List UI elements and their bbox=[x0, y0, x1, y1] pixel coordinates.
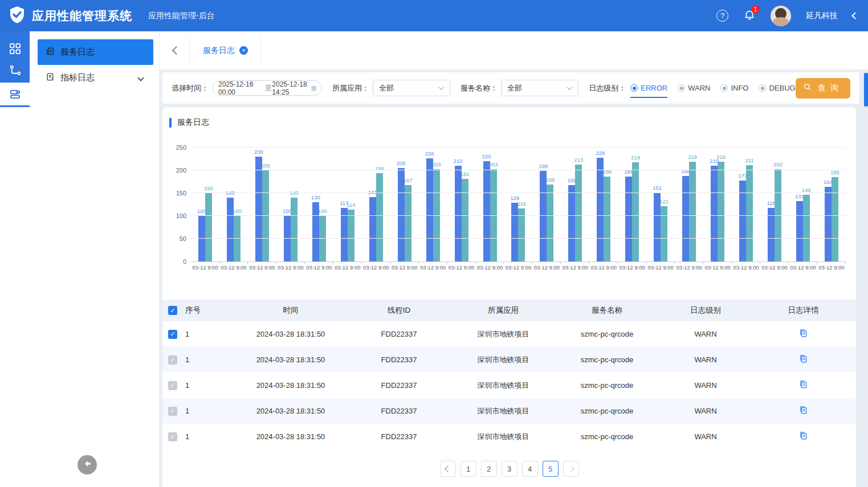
cell-index: 1 bbox=[183, 381, 237, 390]
row-checkbox[interactable]: ✓ bbox=[168, 432, 177, 441]
main-content: 服务日志 × 选择时间： 2025-12-16 00:00 至 2025-12-… bbox=[160, 31, 868, 487]
page-button-2[interactable]: 2 bbox=[481, 461, 497, 477]
rail-logs-server-icon[interactable] bbox=[0, 83, 30, 105]
log-detail-document-icon[interactable] bbox=[799, 354, 808, 365]
bar-group: 17721103-12 9:00 bbox=[732, 148, 760, 261]
notification-badge: 1 bbox=[751, 5, 760, 14]
radio-label: INFO bbox=[731, 84, 748, 92]
y-axis-tick-label: 150 bbox=[168, 190, 186, 197]
rail-trace-node-icon[interactable] bbox=[0, 59, 30, 81]
x-axis-tick-label: 03-12 9:00 bbox=[506, 264, 531, 271]
tab-back-chevron-left-icon[interactable] bbox=[172, 46, 181, 55]
cell-app: 深圳市地铁项目 bbox=[453, 355, 553, 365]
log-detail-document-icon[interactable] bbox=[799, 431, 808, 442]
log-level-radio-warn[interactable]: WARN bbox=[678, 84, 710, 92]
gridline bbox=[191, 193, 846, 193]
row-checkbox[interactable]: ✓ bbox=[168, 407, 177, 416]
avatar[interactable] bbox=[771, 6, 791, 26]
bar-series-teal: 167 bbox=[405, 185, 411, 261]
bell-icon bbox=[743, 13, 756, 23]
bar-series-blue: 133 bbox=[796, 201, 803, 261]
sidebar-item-label: 指标日志 bbox=[60, 72, 95, 83]
bar-group: 22020303-12 9:00 bbox=[476, 148, 504, 261]
service-select[interactable]: 全部 bbox=[501, 80, 578, 96]
row-checkbox[interactable]: ✓ bbox=[168, 381, 177, 390]
page-button-5[interactable]: 5 bbox=[543, 461, 559, 477]
cell-detail bbox=[751, 406, 856, 416]
tab-service-log[interactable]: 服务日志 × bbox=[190, 36, 260, 65]
page-next-button[interactable] bbox=[563, 461, 579, 477]
collapse-chevron-left-icon[interactable] bbox=[851, 12, 859, 19]
cell-index: 1 bbox=[183, 407, 237, 415]
cell-service: szmc-pc-qrcode bbox=[553, 330, 661, 338]
page-button-3[interactable]: 3 bbox=[502, 461, 517, 477]
x-axis-tick-label: 03-12 9:00 bbox=[648, 264, 674, 271]
cell-level: WARN bbox=[661, 432, 751, 441]
bar-group: 10015003-12 9:00 bbox=[191, 148, 219, 261]
bar-series-blue: 220 bbox=[483, 161, 490, 261]
log-level-radio-info[interactable]: INFO bbox=[720, 84, 748, 92]
cell-thread-id: FDD22337 bbox=[345, 407, 453, 415]
bar-group: 10014003-12 9:00 bbox=[276, 148, 305, 261]
log-detail-document-icon[interactable] bbox=[799, 380, 808, 391]
sidebar-item-service-log[interactable]: 服务日志 bbox=[38, 39, 153, 65]
log-detail-document-icon[interactable] bbox=[799, 406, 808, 416]
bar-series-teal: 219 bbox=[718, 162, 724, 261]
page-button-1[interactable]: 1 bbox=[461, 461, 476, 477]
x-axis-tick-label: 03-12 9:00 bbox=[818, 264, 844, 271]
chevron-down-icon bbox=[567, 84, 572, 90]
radio-label: ERROR bbox=[641, 84, 667, 92]
bar-value-label: 194 bbox=[375, 165, 384, 171]
bar-series-teal: 194 bbox=[376, 173, 383, 261]
notifications-button[interactable]: 1 bbox=[743, 9, 756, 23]
search-button-label: 查询 bbox=[818, 83, 843, 93]
log-level-radio-error[interactable]: ERROR bbox=[630, 84, 667, 92]
magnifier-icon bbox=[803, 83, 812, 93]
bar-series-teal: 140 bbox=[291, 198, 298, 261]
cell-level: WARN bbox=[661, 407, 751, 415]
bar-series-teal: 114 bbox=[348, 210, 354, 261]
select-all-checkbox[interactable]: ✓ bbox=[168, 306, 177, 315]
page-button-4[interactable]: 4 bbox=[522, 461, 538, 477]
x-axis-tick-label: 03-12 9:00 bbox=[249, 264, 275, 271]
row-checkbox-cell: ✓ bbox=[162, 432, 183, 441]
rail-dashboard-grid-icon[interactable] bbox=[0, 37, 30, 60]
collapse-back-button[interactable] bbox=[78, 455, 97, 474]
sidebar-item-metric-log[interactable]: 指标日志 bbox=[38, 65, 153, 91]
bar-group: 18821903-12 9:00 bbox=[675, 148, 703, 261]
search-button[interactable]: 查询 bbox=[796, 78, 850, 99]
bar-group: 15112103-12 9:00 bbox=[646, 148, 675, 261]
log-detail-document-icon[interactable] bbox=[799, 329, 808, 339]
scrollbar-thumb[interactable] bbox=[864, 73, 868, 107]
icon-rail bbox=[0, 31, 30, 487]
bar-group: 23020003-12 9:00 bbox=[248, 148, 276, 261]
row-checkbox-cell: ✓ bbox=[162, 355, 183, 365]
radio-label: WARN bbox=[688, 84, 710, 92]
app-select[interactable]: 全部 bbox=[373, 80, 450, 96]
cell-service: szmc-pc-qrcode bbox=[553, 381, 661, 390]
date-range-input[interactable]: 2025-12-16 00:00 至 2025-12-18 14:25 ▦ bbox=[212, 80, 322, 96]
cell-level: WARN bbox=[661, 330, 751, 338]
help-icon[interactable]: ? bbox=[716, 10, 728, 22]
app-filter-label: 所属应用： bbox=[332, 83, 369, 93]
shield-check-icon bbox=[8, 6, 26, 26]
app-logo: 应用性能管理系统 bbox=[8, 6, 132, 26]
date-start-value: 2025-12-16 00:00 bbox=[218, 80, 265, 96]
y-axis-tick-label: 250 bbox=[168, 144, 186, 151]
bar-series-teal: 150 bbox=[205, 193, 212, 261]
cell-time: 2024-03-28 18:31:50 bbox=[237, 407, 345, 415]
table-header-row: ✓ 序号 时间 线程ID 所属应用 服务名称 日志级别 日志详情 bbox=[162, 300, 856, 321]
bar-series-blue: 117 bbox=[341, 208, 348, 261]
bar-series-blue: 140 bbox=[227, 198, 234, 261]
log-level-radio-debug[interactable]: DEBUG bbox=[759, 84, 795, 92]
cell-index: 1 bbox=[183, 432, 237, 441]
page-prev-button[interactable] bbox=[440, 461, 456, 477]
y-axis-tick-label: 100 bbox=[168, 212, 186, 219]
row-checkbox[interactable]: ✓ bbox=[168, 330, 177, 339]
row-checkbox[interactable]: ✓ bbox=[168, 355, 177, 365]
bar-value-label: 230 bbox=[254, 149, 263, 155]
tab-close-icon[interactable]: × bbox=[239, 46, 248, 55]
service-log-bar-chart: 10015003-12 9:0014010003-12 9:0023020003… bbox=[165, 148, 850, 277]
cell-thread-id: FDD22337 bbox=[345, 330, 453, 338]
bar-series-blue: 210 bbox=[711, 166, 718, 261]
